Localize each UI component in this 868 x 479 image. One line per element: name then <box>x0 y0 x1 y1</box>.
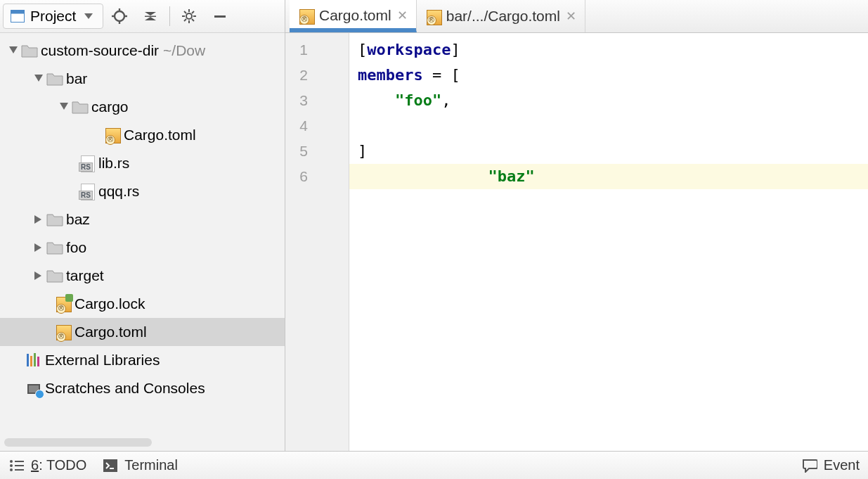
code-line: "baz" <box>358 113 868 139</box>
hide-button[interactable] <box>205 4 235 29</box>
bottom-left-group: 6: TODO Terminal <box>8 457 178 474</box>
rust-file-icon: RS <box>79 155 96 172</box>
horizontal-scrollbar[interactable] <box>4 438 152 447</box>
svg-line-13 <box>184 11 186 13</box>
project-view-label: Project <box>30 8 76 25</box>
terminal-label: Terminal <box>124 457 178 473</box>
project-tree[interactable]: custom-source-dir ~/Dow bar cargo <box>0 33 285 451</box>
tree-file-cargo-lock[interactable]: Cargo.lock <box>0 290 285 318</box>
close-icon[interactable]: ✕ <box>397 8 408 23</box>
terminal-icon <box>102 457 119 474</box>
disclosure-closed-icon[interactable] <box>31 215 46 224</box>
disclosure-open-icon[interactable] <box>56 103 72 111</box>
tree-root-label: custom-source-dir <box>38 42 159 59</box>
tree-root-path: ~/Dow <box>159 42 205 59</box>
todo-toolwindow-button[interactable]: 6: TODO <box>8 457 86 474</box>
event-log-label: Event <box>824 457 860 473</box>
editor-tabs: Cargo.toml ✕ bar/.../Cargo.toml ✕ <box>285 0 868 33</box>
svg-rect-7 <box>145 16 156 18</box>
svg-line-14 <box>192 19 194 21</box>
disclosure-closed-icon[interactable] <box>31 243 46 252</box>
tree-folder-cargo[interactable]: cargo <box>0 93 285 121</box>
cargo-file-icon <box>425 8 441 24</box>
dropdown-icon <box>80 8 97 25</box>
line-number: 4 <box>285 113 349 139</box>
code-line: members = [ <box>358 63 868 88</box>
cargo-file-icon <box>298 8 313 23</box>
tree-scratches[interactable]: Scratches and Consoles <box>0 374 285 402</box>
line-number: 2 <box>285 63 349 88</box>
libraries-icon <box>25 352 42 369</box>
scratches-icon <box>25 380 42 397</box>
tree-root[interactable]: custom-source-dir ~/Dow <box>0 37 285 65</box>
tab-label: bar/.../Cargo.toml <box>446 8 560 25</box>
editor-area: Cargo.toml ✕ bar/.../Cargo.toml ✕ 1 2 3 … <box>285 0 868 451</box>
tree-item-label: Cargo.toml <box>121 127 196 143</box>
project-view-button[interactable]: Project <box>3 4 103 29</box>
svg-line-16 <box>192 11 194 13</box>
folder-icon <box>72 98 89 115</box>
main-area: Project <box>0 0 868 451</box>
disclosure-open-icon[interactable] <box>31 75 46 83</box>
tree-item-label: lib.rs <box>96 155 129 172</box>
tree-item-label: External Libraries <box>42 352 160 369</box>
code-editor[interactable]: [workspace] members = [ "foo", "baz" ] <box>349 33 868 451</box>
svg-rect-20 <box>34 353 36 366</box>
tree-item-label: foo <box>63 239 86 256</box>
locate-button[interactable] <box>105 4 134 29</box>
tree-folder-baz[interactable]: baz <box>0 205 285 234</box>
folder-icon <box>21 42 38 59</box>
svg-rect-17 <box>214 15 226 18</box>
folder-icon <box>46 211 63 228</box>
tree-folder-bar[interactable]: bar <box>0 65 285 93</box>
svg-point-27 <box>10 460 13 463</box>
disclosure-closed-icon[interactable] <box>31 272 46 280</box>
terminal-toolwindow-button[interactable]: Terminal <box>102 457 178 474</box>
tab-label: Cargo.toml <box>319 7 391 24</box>
tree-file-qqq-rs[interactable]: RS qqq.rs <box>0 177 285 205</box>
tree-item-label: Cargo.toml <box>72 324 147 340</box>
tree-external-libraries[interactable]: External Libraries <box>0 346 285 374</box>
tree-file-root-cargo-toml[interactable]: Cargo.toml <box>0 318 285 346</box>
cargo-file-icon <box>104 127 121 143</box>
collapse-all-button[interactable] <box>136 4 165 29</box>
settings-button[interactable] <box>174 4 204 29</box>
svg-point-29 <box>10 468 13 471</box>
tree-file-lib-rs[interactable]: RS lib.rs <box>0 149 285 177</box>
line-gutter[interactable]: 1 2 3 4 5 6 <box>285 33 349 451</box>
folder-icon <box>46 239 63 256</box>
todo-label: 6: TODO <box>31 457 86 473</box>
tree-item-label: cargo <box>89 98 129 115</box>
svg-rect-21 <box>37 357 39 366</box>
tab-cargo-toml[interactable]: Cargo.toml ✕ <box>290 0 417 32</box>
svg-point-8 <box>186 13 192 19</box>
tree-item-label: bar <box>63 70 87 87</box>
tree-file-cargo-toml[interactable]: Cargo.toml <box>0 121 285 149</box>
gear-icon <box>181 8 197 25</box>
svg-rect-19 <box>30 356 32 366</box>
svg-point-2 <box>115 11 124 21</box>
event-log-icon <box>801 457 818 474</box>
line-number: 3 <box>285 88 349 113</box>
cargo-lock-icon <box>55 295 72 312</box>
collapse-icon <box>142 8 159 25</box>
rust-file-icon: RS <box>79 183 96 200</box>
tree-folder-target[interactable]: target <box>0 262 285 290</box>
event-log-button[interactable]: Event <box>801 457 860 474</box>
todo-list-icon <box>8 457 25 474</box>
cargo-file-icon <box>55 324 72 340</box>
tree-item-label: baz <box>63 211 90 228</box>
tree-item-label: target <box>63 267 104 284</box>
current-line-highlight <box>349 164 868 189</box>
svg-rect-1 <box>11 11 25 14</box>
tab-bar-cargo-toml[interactable]: bar/.../Cargo.toml ✕ <box>417 0 585 32</box>
svg-rect-18 <box>27 354 29 366</box>
project-sidebar: Project <box>0 0 285 451</box>
sidebar-toolbar: Project <box>0 0 285 33</box>
code-line: [workspace] <box>358 37 868 63</box>
svg-point-28 <box>10 464 13 467</box>
close-icon[interactable]: ✕ <box>566 8 576 24</box>
target-icon <box>111 8 128 25</box>
tree-folder-foo[interactable]: foo <box>0 234 285 262</box>
disclosure-open-icon[interactable] <box>6 46 21 55</box>
